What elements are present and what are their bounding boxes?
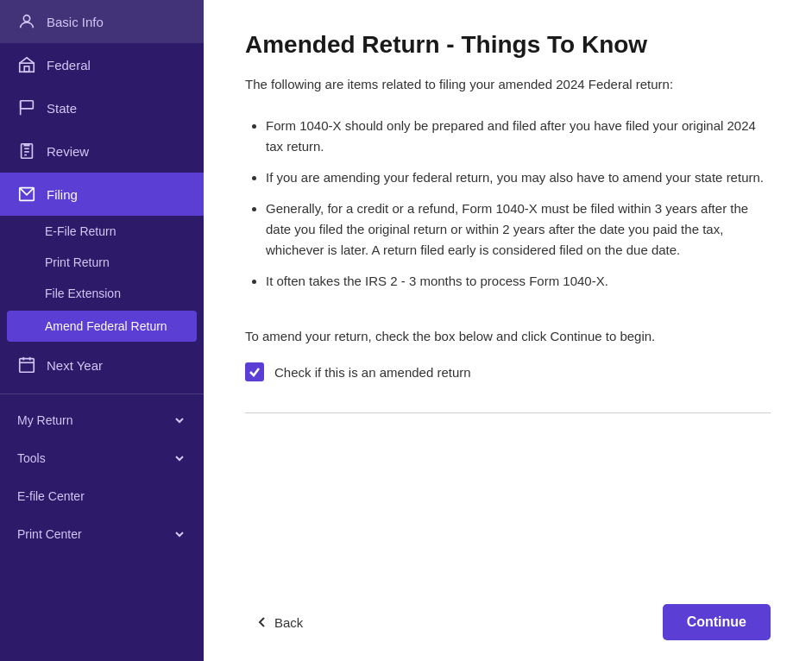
flag-icon xyxy=(17,98,36,117)
sidebar-divider xyxy=(0,393,204,394)
clipboard-icon xyxy=(17,142,36,161)
sidebar-item-label: Federal xyxy=(47,58,91,72)
amended-return-checkbox[interactable] xyxy=(245,362,264,381)
page-title: Amended Return - Things To Know xyxy=(245,31,771,59)
sidebar-item-label: Filing xyxy=(47,187,78,202)
bullet-list: Form 1040-X should only be prepared and … xyxy=(245,116,771,302)
sidebar-sub-efile-return[interactable]: E-File Return xyxy=(0,216,204,247)
continue-button[interactable]: Continue xyxy=(663,604,771,640)
bullet-item: Generally, for a credit or a refund, For… xyxy=(266,198,771,261)
bullet-item: It often takes the IRS 2 - 3 months to p… xyxy=(266,271,771,292)
bullet-item: If you are amending your federal return,… xyxy=(266,167,771,188)
sidebar-item-label: Review xyxy=(47,144,89,159)
back-button[interactable]: Back xyxy=(245,608,313,637)
sidebar-item-label: State xyxy=(47,101,77,116)
send-icon xyxy=(17,185,36,204)
checkbox-row: Check if this is an amended return xyxy=(245,362,771,381)
sidebar-sub-print-return[interactable]: Print Return xyxy=(0,247,204,278)
svg-rect-3 xyxy=(21,101,34,109)
main-content: Amended Return - Things To Know The foll… xyxy=(204,0,812,661)
checkbox-label: Check if this is an amended return xyxy=(274,365,471,380)
sidebar-bottom-efile-center[interactable]: E-file Center xyxy=(0,477,204,515)
chevron-down-icon xyxy=(173,527,186,541)
footer-actions: Back Continue xyxy=(245,604,771,640)
chevron-down-icon xyxy=(173,451,186,465)
sidebar-item-state[interactable]: State xyxy=(0,86,204,129)
sidebar-item-review[interactable]: Review xyxy=(0,129,204,173)
sidebar-item-label: Next Year xyxy=(47,358,103,373)
sidebar-bottom-print-center[interactable]: Print Center xyxy=(0,515,204,553)
sidebar-bottom-my-return[interactable]: My Return xyxy=(0,401,204,439)
svg-rect-2 xyxy=(24,66,29,72)
sidebar-item-filing[interactable]: Filing xyxy=(0,173,204,216)
amend-prompt: To amend your return, check the box belo… xyxy=(245,326,771,347)
building-icon xyxy=(17,55,36,74)
calendar-icon xyxy=(17,356,36,375)
sidebar-item-label: Basic Info xyxy=(47,15,104,29)
sidebar-bottom-tools[interactable]: Tools xyxy=(0,439,204,477)
svg-point-0 xyxy=(23,16,29,22)
svg-rect-1 xyxy=(20,63,35,72)
svg-rect-10 xyxy=(20,359,35,373)
intro-text: The following are items related to filin… xyxy=(245,74,771,95)
sidebar-item-next-year[interactable]: Next Year xyxy=(0,343,204,387)
person-icon xyxy=(17,12,36,31)
footer-divider xyxy=(245,412,771,413)
sidebar-item-federal[interactable]: Federal xyxy=(0,43,204,86)
sidebar-sub-file-extension[interactable]: File Extension xyxy=(0,278,204,309)
sidebar-item-basic-info[interactable]: Basic Info xyxy=(0,0,204,43)
bullet-item: Form 1040-X should only be prepared and … xyxy=(266,116,771,157)
sidebar: Basic Info Federal State Review Filing E… xyxy=(0,0,204,661)
sidebar-sub-amend-federal-return[interactable]: Amend Federal Return xyxy=(7,311,197,342)
chevron-down-icon xyxy=(173,413,186,427)
